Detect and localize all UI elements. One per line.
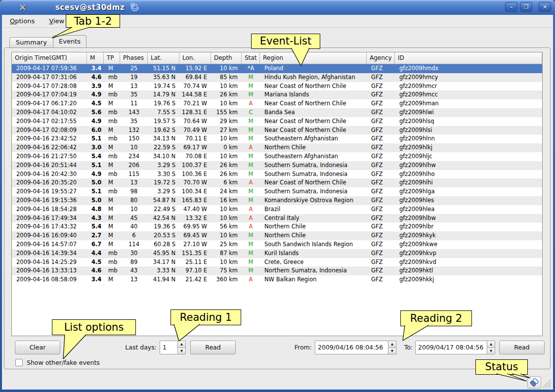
stepper-down-icon[interactable]: ▼ xyxy=(177,348,186,355)
table-row[interactable]: 2009-04-16 20:35:205.0M1319.72 S70.70 W6… xyxy=(12,178,542,187)
from-datetime-input[interactable]: 2009/04/16 08:04:56 xyxy=(315,341,388,354)
table-cell: GFZ xyxy=(367,196,395,205)
table-row[interactable]: 2009-04-16 14:39:344.4mb3045.95 N151.35 … xyxy=(12,249,542,258)
close-button[interactable]: ✕ xyxy=(539,2,551,12)
column-header-stat[interactable]: Stat xyxy=(242,52,260,64)
table-row[interactable]: 2009-04-16 08:58:093.4M1341.94 N21.42 E3… xyxy=(12,275,542,284)
to-datetime-input[interactable]: 2009/04/17 08:04:56 xyxy=(415,341,487,354)
table-cell: A xyxy=(242,205,260,214)
table-cell: gfz2009hlsi xyxy=(395,126,542,135)
column-header-region[interactable]: Region xyxy=(260,52,367,64)
column-header-depth[interactable]: Depth xyxy=(211,52,242,64)
stepper-down-icon[interactable]: ▼ xyxy=(388,348,396,355)
table-row[interactable]: 2009-04-16 18:54:284.8M1022.49 S47.40 W1… xyxy=(12,205,542,214)
table-row[interactable]: 2009-04-17 06:17:204.5M1119.76 S70.21 W1… xyxy=(12,99,542,108)
show-fake-events-checkbox[interactable] xyxy=(15,359,23,366)
read-range-button[interactable]: Read xyxy=(499,341,545,354)
table-cell: M xyxy=(104,275,120,284)
menu-options[interactable]: Options xyxy=(6,15,39,25)
column-header-agency[interactable]: Agency xyxy=(367,52,395,64)
table-row[interactable]: 2009-04-16 21:27:505.4mb23434.10 N70.08 … xyxy=(12,152,542,161)
tab-summary[interactable]: Summary xyxy=(9,37,53,47)
table-row[interactable]: 2009-04-17 07:31:064.6mb1935.63 N69.84 E… xyxy=(12,73,542,82)
clear-button[interactable]: Clear xyxy=(15,341,60,354)
connection-status-button[interactable] xyxy=(527,376,541,389)
stepper-up-icon[interactable]: ▲ xyxy=(177,341,186,348)
table-row[interactable]: 2009-04-16 14:25:294.5mb8934.17 N25.11 E… xyxy=(12,258,542,267)
table-cell: 2009-04-17 07:31:06 xyxy=(12,73,87,82)
table-row[interactable]: 2009-04-16 23:42:525.1mb15034.13 N70.11 … xyxy=(12,134,542,143)
column-header-id[interactable]: ID xyxy=(395,52,542,64)
column-header-lon-[interactable]: Lon. xyxy=(179,52,211,64)
table-cell: 13 xyxy=(120,275,148,284)
table-cell: 360 km xyxy=(211,275,242,284)
table-cell: 15.92 E xyxy=(179,64,211,73)
column-header-phases[interactable]: Phases xyxy=(120,52,148,64)
title-bar[interactable]: ✕ scesv@st30dmz – ❒ ✕ xyxy=(0,0,555,15)
stepper-up-icon[interactable]: ▲ xyxy=(388,341,396,348)
table-row[interactable]: 2009-04-17 07:59:363.4M2551.15 N15.92 E1… xyxy=(12,64,542,73)
table-cell: 234 xyxy=(120,152,148,161)
table-row[interactable]: 2009-04-17 07:04:194.9mb3514.79 N144.58 … xyxy=(12,90,542,99)
table-cell: 2009-04-16 18:54:28 xyxy=(12,205,87,214)
table-cell: M xyxy=(242,249,260,258)
table-cell: gfz2009hlwi xyxy=(395,108,542,117)
menu-view[interactable]: View xyxy=(45,15,68,25)
column-header-m[interactable]: M xyxy=(87,52,104,64)
table-cell: 26 km xyxy=(211,90,242,99)
table-row[interactable]: 2009-04-16 14:57:076.7M11460.28 S27.10 W… xyxy=(12,240,542,249)
table-cell: gfz2009hlhw xyxy=(395,161,542,170)
column-header-lat-[interactable]: Lat. xyxy=(148,52,179,64)
table-row[interactable]: 2009-04-16 22:06:423.0M1022.59 S69.17 W0… xyxy=(12,143,542,152)
column-header-tp[interactable]: TP xyxy=(104,52,120,64)
table-cell: 128.31 E xyxy=(179,108,211,117)
table-cell: 144.58 E xyxy=(179,90,211,99)
tab-events[interactable]: Events xyxy=(53,35,86,47)
maximize-button[interactable]: ❒ xyxy=(520,2,532,12)
table-cell: 5.1 xyxy=(87,134,104,143)
table-cell: gfz2009hman xyxy=(395,99,542,108)
table-cell: M xyxy=(242,196,260,205)
table-row[interactable]: 2009-04-17 04:10:025.6mb1437.55 S128.31 … xyxy=(12,108,542,117)
stepper-down-icon[interactable]: ▼ xyxy=(487,348,495,355)
table-row[interactable]: 2009-04-16 17:49:344.3M4542.54 N13.32 E1… xyxy=(12,214,542,223)
table-cell: 19.74 S xyxy=(148,82,179,91)
table-row[interactable]: 2009-04-16 13:33:134.6mb433.33 N97.10 E7… xyxy=(12,266,542,275)
table-cell: 70.49 W xyxy=(179,126,211,135)
table-row[interactable]: 2009-04-17 02:17:554.9mb3519.57 S70.64 W… xyxy=(12,117,542,126)
table-row[interactable]: 2009-04-16 20:42:304.9mb1153.30 S100.36 … xyxy=(12,170,542,179)
minimize-button[interactable]: – xyxy=(505,2,517,12)
table-row[interactable]: 2009-04-16 19:55:275.1mb983.29 S100.34 E… xyxy=(12,187,542,196)
table-cell: GFZ xyxy=(367,170,395,179)
table-cell: 5.0 xyxy=(87,178,104,187)
table-cell: 43 xyxy=(120,266,148,275)
table-row[interactable]: 2009-04-17 02:08:096.0M13219.62 S70.49 W… xyxy=(12,126,542,135)
table-cell: 6.0 xyxy=(87,126,104,135)
table-cell: 85 km xyxy=(211,73,242,82)
table-cell: 3.33 N xyxy=(148,266,179,275)
table-row[interactable]: 2009-04-16 16:09:402.7M620.53 S69.45 W10… xyxy=(12,231,542,240)
table-cell: mb xyxy=(104,134,120,143)
table-cell: 14.79 N xyxy=(148,90,179,99)
last-days-input[interactable]: 1 xyxy=(160,341,178,354)
table-row[interactable]: 2009-04-16 17:43:325.4M4019.36 S69.95 W5… xyxy=(12,222,542,231)
table-row[interactable]: 2009-04-16 20:51:445.1M2063.29 S100.37 E… xyxy=(12,161,542,170)
read-last-days-button[interactable]: Read xyxy=(190,341,236,354)
app-icon[interactable]: ✕ xyxy=(19,0,27,14)
table-cell: gfz2009hljc xyxy=(395,152,542,161)
table-cell: 114 xyxy=(120,240,148,249)
table-cell: M xyxy=(104,196,120,205)
table-cell: 19.36 S xyxy=(148,222,179,231)
table-cell: Central Italy xyxy=(260,214,367,223)
table-cell: M xyxy=(104,214,120,223)
table-cell: 155 km xyxy=(211,108,242,117)
resize-grip[interactable] xyxy=(541,378,552,389)
table-cell: 2009-04-16 20:42:30 xyxy=(12,170,87,179)
stepper-up-icon[interactable]: ▲ xyxy=(487,341,495,348)
table-cell: M xyxy=(242,134,260,143)
table-row[interactable]: 2009-04-16 19:15:365.0M8054.87 N165.83 E… xyxy=(12,196,542,205)
table-row[interactable]: 2009-04-17 07:28:083.9M1319.74 S70.74 W1… xyxy=(12,82,542,91)
table-cell: 4.3 xyxy=(87,214,104,223)
column-header-origin-time-gmt-[interactable]: Origin Time(GMT) xyxy=(12,52,87,64)
table-cell: Mariana Islands xyxy=(260,90,367,99)
